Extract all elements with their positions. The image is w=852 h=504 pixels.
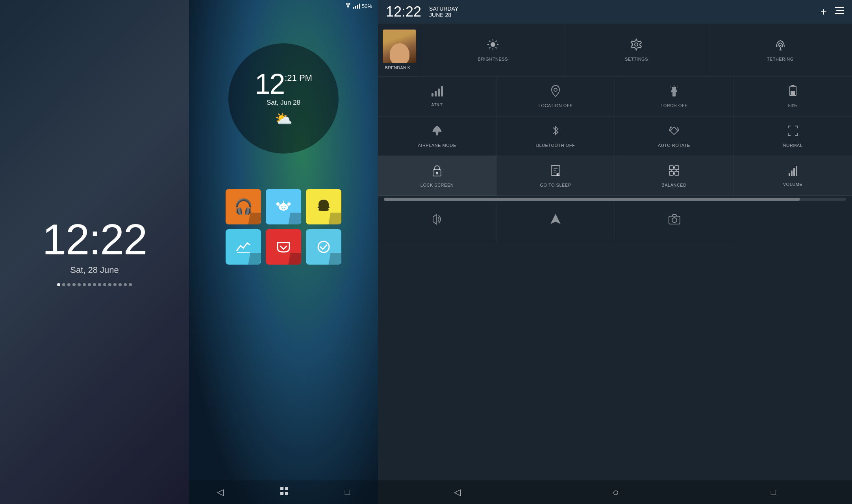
brightness-icon: [487, 38, 499, 54]
svg-rect-53: [675, 166, 679, 170]
qs-lockscreen-label: LOCK SCREEN: [420, 183, 454, 187]
qs-tile-att[interactable]: AT&T: [378, 77, 496, 116]
qs-add-icon[interactable]: +: [821, 6, 827, 18]
qs-tile-torch[interactable]: TORCH OFF: [615, 77, 733, 116]
qs-tile-airplane[interactable]: AIRPLANE MODE: [378, 117, 496, 156]
audio-icon: [431, 213, 443, 228]
qs-tile-bluetooth[interactable]: BLUETOOTH OFF: [496, 117, 615, 156]
svg-line-38: [670, 87, 671, 87]
svg-rect-43: [670, 127, 678, 135]
qs-volume-label: VOLUME: [783, 182, 802, 187]
svg-rect-41: [791, 85, 795, 86]
svg-point-33: [554, 88, 557, 91]
nav-recent[interactable]: □: [341, 483, 354, 501]
svg-line-39: [677, 87, 678, 87]
qs-nav-back[interactable]: ◁: [450, 483, 465, 501]
svg-line-9: [278, 206, 279, 206]
svg-rect-14: [280, 487, 283, 490]
qs-user-section: BRENDAN K... BRIGHTNESS: [378, 24, 852, 76]
app-snapchat[interactable]: [306, 189, 341, 224]
widget-time-main: 12: [255, 70, 284, 98]
status-bar: 50%: [189, 0, 378, 12]
svg-point-7: [276, 202, 280, 206]
qs-tile-tethering[interactable]: TETHERING: [708, 24, 852, 76]
svg-rect-19: [836, 10, 844, 11]
balanced-icon: [668, 164, 680, 180]
qs-avatar: [383, 30, 416, 63]
qs-row5: [378, 203, 852, 242]
svg-line-28: [496, 41, 497, 42]
torch-icon: [669, 85, 680, 100]
qs-menu-icon[interactable]: [835, 7, 844, 17]
qs-tile-normal[interactable]: NORMAL: [733, 117, 852, 156]
svg-line-29: [489, 47, 490, 48]
qs-brightness-label: BRIGHTNESS: [478, 57, 508, 61]
qs-tile-rotate[interactable]: AUTO ROTATE: [615, 117, 733, 156]
lock-time: 12:22: [42, 218, 146, 261]
app-robinhood[interactable]: [226, 229, 261, 265]
sleep-icon: z: [550, 164, 561, 180]
qs-user-cell[interactable]: BRENDAN K...: [378, 24, 421, 76]
qs-row3: AIRPLANE MODE BLUETOOTH OFF AUTO ROTA: [378, 116, 852, 156]
qs-scrollbar[interactable]: [384, 198, 846, 201]
qs-tile-settings[interactable]: SETTINGS: [565, 24, 709, 76]
app-todoist[interactable]: [306, 229, 341, 265]
lockscreen-icon: [432, 164, 443, 180]
svg-rect-54: [669, 171, 673, 175]
app-reddit[interactable]: [266, 189, 301, 224]
qs-nav-recent[interactable]: □: [767, 483, 780, 501]
qs-row2: AT&T LOCATION OFF: [378, 76, 852, 116]
qs-tile-camera[interactable]: [615, 203, 733, 242]
svg-point-0: [348, 7, 348, 8]
qs-bluetooth-label: BLUETOOTH OFF: [536, 143, 575, 148]
qs-att-label: AT&T: [431, 102, 443, 107]
qs-location-label: LOCATION OFF: [539, 103, 572, 108]
svg-point-30: [635, 43, 638, 46]
app-podcast[interactable]: 🎧: [226, 189, 261, 224]
home-nav-bar: ◁ □: [189, 480, 378, 504]
qs-tethering-label: TETHERING: [767, 57, 794, 61]
svg-rect-18: [835, 7, 844, 8]
svg-point-6: [287, 202, 291, 206]
location-icon: [550, 85, 561, 100]
qs-sleep-label: GO TO SLEEP: [540, 183, 571, 187]
qs-tile-balanced[interactable]: BALANCED: [615, 156, 733, 196]
app-pocket[interactable]: [266, 229, 301, 265]
qs-balanced-label: BALANCED: [661, 183, 686, 187]
qs-header-icons: +: [821, 6, 844, 18]
qs-tile-sleep[interactable]: z GO TO SLEEP: [496, 156, 615, 196]
widget-ampm: :21 PM: [285, 73, 312, 83]
svg-rect-16: [280, 492, 283, 495]
svg-point-3: [282, 206, 283, 208]
svg-point-21: [491, 42, 495, 47]
qs-tile-navigate[interactable]: [496, 203, 615, 242]
lock-screen: 12:22 Sat, 28 June: [0, 0, 189, 504]
normal-icon: [787, 124, 799, 140]
nav-back[interactable]: ◁: [213, 483, 228, 501]
qs-header: 12:22 SATURDAY JUNE 28 +: [378, 0, 852, 24]
svg-rect-17: [285, 492, 288, 495]
svg-marker-60: [550, 214, 561, 224]
svg-point-45: [436, 172, 438, 174]
qs-nav-home[interactable]: ○: [609, 482, 623, 502]
qs-tile-battery[interactable]: 50%: [733, 77, 852, 116]
nav-apps[interactable]: [276, 482, 293, 502]
qs-tile-lockscreen[interactable]: LOCK SCREEN: [378, 156, 496, 196]
qs-tile-volume[interactable]: VOLUME: [733, 156, 852, 196]
settings-icon: [630, 38, 643, 54]
svg-rect-52: [669, 166, 673, 170]
qs-tile-location[interactable]: LOCATION OFF: [496, 77, 615, 116]
airplane-icon: [431, 124, 443, 140]
qs-tile-brightness[interactable]: BRIGHTNESS: [421, 24, 565, 76]
bluetooth-icon: [551, 124, 560, 140]
widget-date: Sat, Jun 28: [267, 99, 300, 107]
lock-date: Sat, 28 June: [70, 265, 119, 275]
qs-battery-label: 50%: [788, 103, 798, 108]
qs-tile-audio[interactable]: [378, 203, 496, 242]
camera-icon: [668, 214, 681, 228]
qs-torch-label: TORCH OFF: [661, 103, 687, 108]
clock-widget: 12 :21 PM Sat, Jun 28 ⛅: [228, 43, 339, 154]
qs-day: SATURDAY: [429, 6, 458, 12]
wifi-icon: [345, 3, 352, 9]
svg-line-27: [496, 47, 497, 48]
